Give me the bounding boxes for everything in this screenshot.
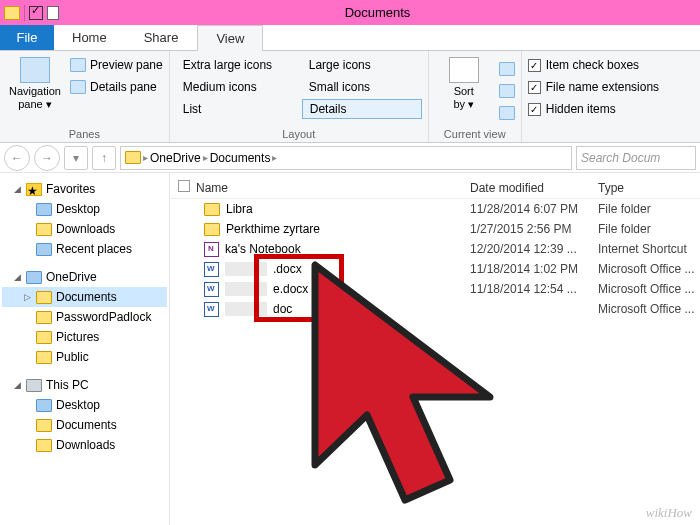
tab-share[interactable]: Share [126,25,198,50]
group-label: Layout [176,126,422,140]
column-headers: Name Date modified Type [170,177,700,199]
file-icon [204,223,220,236]
label: Pictures [56,330,99,344]
column-date[interactable]: Date modified [470,181,598,195]
tab-home[interactable]: Home [54,25,126,50]
forward-button[interactable]: → [34,145,60,171]
recent-button[interactable]: ▾ [64,146,88,170]
tree-item[interactable]: Recent places [2,239,167,259]
collapse-icon[interactable]: ◢ [12,380,22,390]
address-bar: ← → ▾ ↑ ▸ OneDrive ▸ Documents ▸ Search … [0,143,700,173]
properties-icon[interactable] [29,6,43,20]
view-small-icons[interactable]: Small icons [302,77,422,97]
file-name-extensions-toggle[interactable]: ✓File name extensions [528,77,659,97]
tree-item[interactable]: PasswordPadlock [2,307,167,327]
file-type: Internet Shortcut [598,242,700,256]
file-row[interactable]: e.docx11/18/2014 12:54 ...Microsoft Offi… [170,279,700,299]
details-pane-button[interactable]: Details pane [70,77,163,97]
file-date: 12/20/2014 12:39 ... [470,242,598,256]
folder-icon [36,311,52,324]
item-check-boxes-toggle[interactable]: ✓Item check boxes [528,55,659,75]
select-all-checkbox[interactable] [170,180,196,195]
folder-icon [36,419,52,432]
preview-pane-icon [70,58,86,72]
chevron-icon: ▸ [203,152,208,163]
tree-item[interactable]: Desktop [2,199,167,219]
column-name[interactable]: Name [196,181,470,195]
ribbon-tabs: File Home Share View [0,25,700,51]
file-pane: Name Date modified Type Libra11/28/2014 … [170,173,700,525]
label: Large icons [309,58,371,72]
label: Documents [56,290,117,304]
collapse-icon[interactable]: ◢ [12,184,22,194]
tab-file[interactable]: File [0,25,54,50]
file-row[interactable]: Libra11/28/2014 6:07 PMFile folder [170,199,700,219]
tree-item[interactable]: Downloads [2,219,167,239]
file-row[interactable]: ka's Notebook12/20/2014 12:39 ...Interne… [170,239,700,259]
tree-item[interactable]: Pictures [2,327,167,347]
navigation-pane-button[interactable]: Navigationpane ▾ [6,55,64,126]
file-icon [204,262,219,277]
sort-by-button[interactable]: Sortby ▾ [435,55,493,126]
annotation-highlight [254,254,344,322]
up-button[interactable]: ↑ [92,146,116,170]
file-row[interactable]: Perkthime zyrtare1/27/2015 2:56 PMFile f… [170,219,700,239]
tree-item[interactable]: Downloads [2,435,167,455]
tree-onedrive[interactable]: ◢OneDrive [2,267,167,287]
expand-icon[interactable]: ▷ [22,292,32,302]
file-name: Libra [226,202,253,216]
view-details[interactable]: Details [302,99,422,119]
tree-item[interactable]: Desktop [2,395,167,415]
ribbon: Navigationpane ▾ Preview pane Details pa… [0,51,700,143]
crumb[interactable]: Documents [210,151,271,165]
add-columns-button[interactable] [499,81,515,101]
back-button[interactable]: ← [4,145,30,171]
label: Hidden items [546,102,616,116]
tree-favorites[interactable]: ◢★Favorites [2,179,167,199]
group-label: Panes [6,126,163,140]
collapse-icon[interactable]: ◢ [12,272,22,282]
file-icon [204,242,219,257]
new-folder-icon[interactable] [47,6,59,20]
breadcrumb[interactable]: ▸ OneDrive ▸ Documents ▸ [120,146,572,170]
file-row[interactable]: .docx11/18/2014 1:02 PMMicrosoft Office … [170,259,700,279]
size-columns-button[interactable] [499,103,515,123]
group-show-hide: ✓Item check boxes ✓File name extensions … [522,51,665,142]
onedrive-icon [26,271,42,284]
label: Desktop [56,398,100,412]
file-date: 11/18/2014 12:54 ... [470,282,598,296]
folder-icon [36,223,52,236]
group-by-button[interactable] [499,59,515,79]
tree-item[interactable]: Documents [2,415,167,435]
desktop-icon [36,203,52,216]
chevron-icon: ▸ [272,152,277,163]
view-large-icons[interactable]: Large icons [302,55,422,75]
label: Public [56,350,89,364]
file-date: 1/27/2015 2:56 PM [470,222,598,236]
separator [24,5,25,21]
content-area: ◢★Favorites Desktop Downloads Recent pla… [0,173,700,525]
view-medium-icons[interactable]: Medium icons [176,77,296,97]
search-input[interactable]: Search Docum [576,146,696,170]
label: File name extensions [546,80,659,94]
file-type: Microsoft Office ... [598,262,700,276]
crumb[interactable]: OneDrive [150,151,201,165]
group-panes: Navigationpane ▾ Preview pane Details pa… [0,51,170,142]
tree-thispc[interactable]: ◢This PC [2,375,167,395]
label: Item check boxes [546,58,639,72]
file-row[interactable]: docMicrosoft Office ... [170,299,700,319]
tab-view[interactable]: View [197,25,263,51]
pc-icon [26,379,42,392]
hidden-items-toggle[interactable]: ✓Hidden items [528,99,659,119]
sort-icon [449,57,479,83]
tree-item[interactable]: Public [2,347,167,367]
preview-pane-button[interactable]: Preview pane [70,55,163,75]
file-icon [204,282,219,297]
column-type[interactable]: Type [598,181,700,195]
label: Details pane [90,80,157,94]
view-extra-large-icons[interactable]: Extra large icons [176,55,296,75]
star-icon: ★ [26,183,42,196]
view-list[interactable]: List [176,99,296,119]
tree-item[interactable]: ▷Documents [2,287,167,307]
group-label: Current view [435,126,515,140]
